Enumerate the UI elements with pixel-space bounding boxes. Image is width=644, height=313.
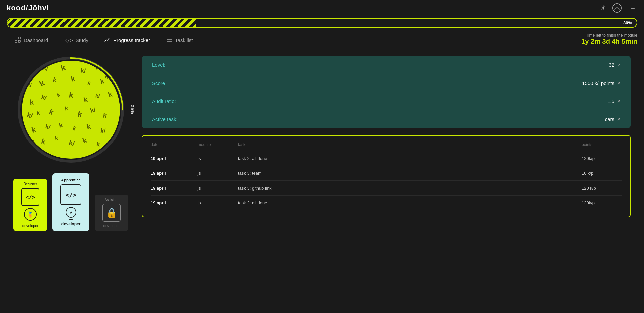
level-ext-link[interactable]: ↗ [617,63,620,67]
profile-circle: k k/ k k/ k/ k k/ k k k k k k k/ k k k [17,56,125,163]
audit-value: 1.5 ↗ [607,98,620,104]
row1-module: js [198,171,238,176]
table-row: 19 april js task 3: github link 120 k/p [151,181,622,196]
progress-bar-fill [7,19,196,27]
logout-icon[interactable]: → [628,3,637,13]
task-list-icon [166,37,172,43]
nav-dashboard-label: Dashboard [24,37,48,43]
svg-rect-3 [15,40,17,42]
lock-icon: 🔒 [106,207,118,218]
time-left-value: 1y 2m 3d 4h 5min [581,38,637,45]
row1-points: 10 k/p [582,171,622,176]
row0-points: 120k/p [582,156,622,161]
row2-module: js [198,186,238,191]
badge-beginner: Beginner </> 🏅 developer [13,179,47,231]
nav-items: Dashboard </> Study Progress tracker T [7,34,201,48]
row1-task: task 3: team [238,171,582,176]
k-pattern: k k/ k k/ k/ k k/ k k k k k k k/ k k k [22,61,120,159]
badge-apprentice: Apprentice </> ★ developer [52,173,89,231]
stats-row-audit: Audit ratio: 1.5 ↗ [142,92,631,110]
stats-card: Level: 32 ↗ Score 1500 k/j points ↗ Audi… [142,56,631,128]
header-icons: ☀ → [600,3,637,13]
nav-progress-tracker-label: Progress tracker [113,37,150,43]
study-icon: </> [64,38,73,43]
progress-tracker-icon [104,37,111,43]
nav: Dashboard </> Study Progress tracker T [0,30,644,49]
row0-task: task 2: all done [238,156,582,161]
row3-task: task 2: all done [238,200,582,205]
progress-bar: 30% [7,18,637,28]
header: kood/Jõhvi ☀ → [0,0,644,16]
apprentice-medal: ★ [66,207,76,220]
row1-date: 19 april [151,171,198,176]
beginner-bot-label: developer [22,224,38,228]
apprentice-icon: </> [60,184,81,205]
level-value: 32 ↗ [609,62,620,68]
progress-bar-section: 30% [0,16,644,30]
row3-points: 120k/p [582,200,622,205]
row3-module: js [198,200,238,205]
row0-date: 19 april [151,156,198,161]
badge-assistant: Assistant 🔒 developer [95,195,128,231]
level-label: Level: [152,62,609,68]
beginner-medal: 🏅 [24,208,37,222]
stats-row-score: Score 1500 k/j points ↗ [142,74,631,92]
dashboard-icon [15,37,21,44]
table-row: 19 april js task 2: all done 120k/p [151,151,622,166]
apprentice-bot-label: developer [61,222,81,226]
nav-item-progress-tracker[interactable]: Progress tracker [96,34,158,48]
badge-cards: Beginner </> 🏅 developer Apprentice </> … [13,173,128,231]
row0-module: js [198,156,238,161]
score-value: 1500 k/j points ↗ [582,80,620,86]
row2-task: task 3: github link [238,186,582,191]
col-points: points [582,142,622,147]
nav-study-label: Study [76,37,88,43]
assistant-icon: 🔒 [102,204,121,222]
nav-task-list-label: Task list [175,37,193,43]
table-row: 19 april js task 3: team 10 k/p [151,166,622,181]
stats-row-level: Level: 32 ↗ [142,56,631,74]
assistant-bot-label: developer [103,224,120,228]
logo: kood/Jõhvi [7,4,49,12]
left-panel: k k/ k k/ k/ k k/ k k k k k k k/ k k k [13,56,128,231]
right-panel: Level: 32 ↗ Score 1500 k/j points ↗ Audi… [142,56,631,231]
beginner-icon: </> [21,188,39,206]
row2-points: 120 k/p [582,186,622,191]
col-date: date [151,142,198,147]
task-ext-link[interactable]: ↗ [617,117,620,122]
svg-rect-4 [18,40,20,42]
active-task-label: Active task: [152,116,605,122]
col-module: module [198,142,238,147]
circle-percent-label: 25% [130,105,135,115]
table-inner: date module task points 19 april js task… [142,136,630,217]
nav-item-study[interactable]: </> Study [56,34,96,48]
circle-avatar: k k/ k k/ k/ k k/ k k k k k k k/ k k k [22,61,120,159]
table-header: date module task points [151,142,622,151]
user-icon[interactable] [612,3,622,13]
row2-date: 19 april [151,186,198,191]
audit-label: Audit ratio: [152,98,607,104]
row3-date: 19 april [151,200,198,205]
nav-item-task-list[interactable]: Task list [158,34,201,48]
score-ext-link[interactable]: ↗ [617,81,620,86]
time-left-label: Time left to finish the module [581,33,637,38]
nav-item-dashboard[interactable]: Dashboard [7,34,56,48]
assistant-top-label: Assistant [105,198,119,202]
svg-rect-2 [18,37,20,39]
apprentice-top-label: Apprentice [61,178,80,182]
main-content: k k/ k k/ k/ k k/ k k k k k k k/ k k k [0,49,644,238]
active-task-value: cars ↗ [605,116,620,122]
table-row: 19 april js task 2: all done 120k/p [151,196,622,210]
svg-rect-1 [15,37,17,39]
beginner-top-label: Beginner [24,182,37,186]
nav-time: Time left to finish the module 1y 2m 3d … [581,33,637,49]
col-task: task [238,142,582,147]
stats-row-task: Active task: cars ↗ [142,110,631,128]
progress-bar-percent: 30% [623,20,632,25]
score-label: Score [152,80,582,86]
sun-icon[interactable]: ☀ [600,4,606,12]
audit-ext-link[interactable]: ↗ [617,99,620,104]
activity-table: date module task points 19 april js task… [142,135,631,217]
table-body: 19 april js task 2: all done 120k/p 19 a… [151,151,622,210]
